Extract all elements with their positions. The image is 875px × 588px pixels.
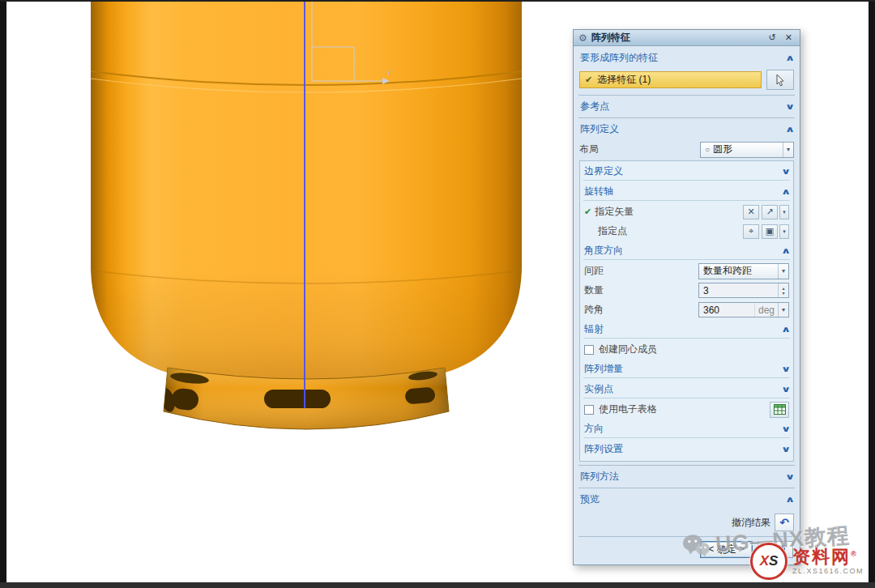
point-picker-button[interactable]: ⌖ xyxy=(743,224,759,239)
chevron-down-icon: ∨ xyxy=(781,385,791,394)
section-orientation[interactable]: 方向 ∨ xyxy=(583,420,790,438)
site-url: ZL.XS1616.COM xyxy=(792,568,864,575)
dialog-close-button[interactable]: ✕ xyxy=(783,32,795,43)
count-value: 3 xyxy=(699,285,778,296)
reverse-vector-icon: ✕ xyxy=(747,207,754,217)
layout-value: 圆形 xyxy=(713,143,779,156)
chevron-up-icon: ∧ xyxy=(785,495,795,504)
chevron-up-icon: ∧ xyxy=(781,246,791,255)
cylinder-body xyxy=(91,2,522,383)
chevron-down-icon: ▾ xyxy=(783,209,786,215)
site-logo: XS 资料网® ZL.XS1616.COM xyxy=(750,543,864,580)
chevron-down-icon: ∨ xyxy=(781,445,791,454)
spacing-dropdown[interactable]: 数量和跨距 ▾ xyxy=(698,263,789,279)
concentric-members-checkbox[interactable] xyxy=(584,345,594,355)
section-boundary-definition[interactable]: 边界定义 ∨ xyxy=(583,163,790,181)
use-spreadsheet-checkbox[interactable] xyxy=(584,405,594,415)
use-spreadsheet-label: 使用电子表格 xyxy=(599,403,657,416)
unit-dropdown[interactable]: ▾ xyxy=(778,303,788,317)
feature-picker-button[interactable] xyxy=(766,70,794,90)
window-frame-bottom xyxy=(0,582,875,588)
circular-layout-icon: ○ xyxy=(705,145,710,154)
chevron-up-icon: ∧ xyxy=(785,125,795,134)
chevron-down-icon: ∨ xyxy=(785,102,795,111)
sketch-axis-label: Y xyxy=(386,69,391,77)
concentric-members-label: 创建同心成员 xyxy=(599,343,657,356)
window-frame-left xyxy=(0,0,6,588)
chevron-up-icon: ∧ xyxy=(781,325,791,334)
chevron-down-icon: ∨ xyxy=(785,472,795,481)
chevron-down-icon: ∨ xyxy=(781,167,791,176)
pointer-hand-icon xyxy=(774,74,787,87)
window-frame-right xyxy=(869,0,875,588)
section-pattern-increment[interactable]: 阵列增量 ∨ xyxy=(583,360,790,378)
count-input[interactable]: 3 ▴ ▾ xyxy=(698,283,789,298)
spacing-label: 间距 xyxy=(584,264,604,278)
count-spinner[interactable]: ▴ ▾ xyxy=(778,283,788,297)
section-reference-point[interactable]: 参考点 ∨ xyxy=(578,97,795,116)
site-name: 资料网® xyxy=(792,548,864,566)
span-angle-value: 360 xyxy=(699,305,754,316)
dialog-titlebar[interactable]: ⚙ 阵列特征 ↺ ✕ xyxy=(574,30,800,46)
select-feature-label: 选择特征 (1) xyxy=(597,73,651,87)
span-angle-label: 跨角 xyxy=(584,303,604,317)
section-pattern-method[interactable]: 阵列方法 ∨ xyxy=(578,467,795,486)
chevron-down-icon: ▾ xyxy=(783,143,793,157)
edit-spreadsheet-button[interactable] xyxy=(770,402,789,418)
section-features-to-pattern[interactable]: 要形成阵列的特征 ∧ xyxy=(578,49,795,67)
gear-icon: ⚙ xyxy=(578,33,587,43)
point-options-dropdown[interactable]: ▾ xyxy=(779,224,789,239)
dialog-reset-button[interactable]: ↺ xyxy=(766,32,779,43)
dialog-body: 要形成阵列的特征 ∧ ✔ 选择特征 (1) 参考点 ∨ 阵列定义 ∧ 布局 xyxy=(574,46,800,565)
section-instance-points[interactable]: 实例点 ∨ xyxy=(583,381,790,398)
specify-vector-label: 指定矢量 xyxy=(595,205,634,219)
count-label: 数量 xyxy=(584,283,604,297)
point-icon: ⌖ xyxy=(749,226,753,236)
chevron-down-icon: ∨ xyxy=(781,364,791,373)
layout-label: 布局 xyxy=(579,143,599,156)
xs-logo-icon: XS xyxy=(750,543,788,580)
spacing-value: 数量和跨距 xyxy=(703,264,775,278)
section-rotation-axis[interactable]: 旋转轴 ∧ xyxy=(583,183,790,201)
section-angular-direction[interactable]: 角度方向 ∧ xyxy=(583,242,790,260)
chevron-down-icon: ▾ xyxy=(782,306,785,313)
pattern-feature-dialog: ⚙ 阵列特征 ↺ ✕ 要形成阵列的特征 ∧ ✔ 选择特征 (1) 参考点 ∨ xyxy=(573,29,800,565)
vector-icon: ↗ xyxy=(766,207,773,217)
specify-point-label: 指定点 xyxy=(584,224,627,238)
chevron-down-icon: ∨ xyxy=(781,424,791,433)
check-icon: ✔ xyxy=(585,75,592,85)
span-angle-unit: deg xyxy=(754,303,778,317)
section-pattern-definition[interactable]: 阵列定义 ∧ xyxy=(578,120,795,138)
window-frame-top xyxy=(0,0,875,2)
dialog-title: 阵列特征 xyxy=(591,31,762,45)
spreadsheet-icon xyxy=(774,404,786,415)
section-preview[interactable]: 预览 ∧ xyxy=(578,490,795,509)
pattern-definition-group: 边界定义 ∨ 旋转轴 ∧ ✔ 指定矢量 ✕ ↗ ▾ xyxy=(579,160,794,462)
point-dialog-icon: ▣ xyxy=(766,226,774,236)
chevron-up-icon: ∧ xyxy=(785,53,795,62)
span-angle-input[interactable]: 360 deg ▾ xyxy=(698,302,789,317)
reverse-vector-button[interactable]: ✕ xyxy=(743,205,759,219)
check-icon: ✔ xyxy=(584,207,591,217)
registered-mark: ® xyxy=(851,549,858,557)
section-pattern-settings[interactable]: 阵列设置 ∨ xyxy=(583,441,790,458)
layout-dropdown[interactable]: ○ 圆形 ▾ xyxy=(700,142,794,158)
select-feature-field[interactable]: ✔ 选择特征 (1) xyxy=(579,71,762,88)
chevron-down-icon: ▾ xyxy=(783,228,786,235)
vector-dialog-button[interactable]: ↗ xyxy=(762,205,778,219)
spinner-down-icon: ▾ xyxy=(782,291,784,296)
chevron-up-icon: ∧ xyxy=(781,187,791,196)
vector-options-dropdown[interactable]: ▾ xyxy=(779,205,789,219)
wechat-icon xyxy=(681,533,711,559)
section-radiate[interactable]: 辐射 ∧ xyxy=(583,321,790,339)
chevron-down-icon: ▾ xyxy=(778,264,788,279)
point-dialog-button[interactable]: ▣ xyxy=(762,224,778,239)
